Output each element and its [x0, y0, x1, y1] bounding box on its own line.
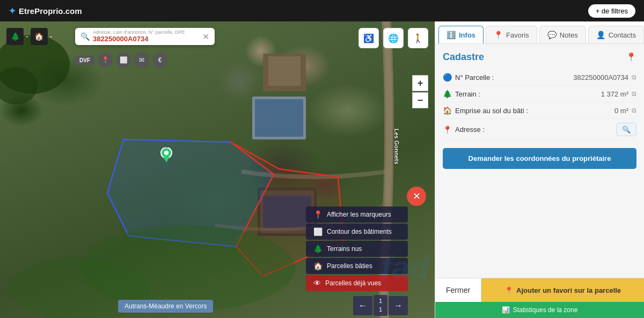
zoom-out-btn[interactable]: − — [412, 92, 428, 108]
menu-item-parcelles-baties[interactable]: 🏠 Parcelles bâties — [306, 258, 408, 274]
favori-button[interactable]: 📍 Ajouter un favori sur la parcelle — [481, 278, 644, 302]
cadastre-row-parcelle: 🔵 N° Parcelle : 382250000A0734 ⧉ — [443, 69, 636, 86]
circle-btn-3[interactable]: ✉ — [134, 53, 149, 68]
menu-item-parcelles-vues[interactable]: 👁 Parcelles déjà vues — [306, 275, 408, 291]
svg-point-15 — [164, 151, 169, 155]
terrains-icon: 🌲 — [313, 245, 323, 253]
terrain-icon: 🌲 — [443, 90, 452, 98]
menu-item-terrains[interactable]: 🌲 Terrains nus — [306, 241, 408, 257]
infos-tab-icon: ℹ️ — [447, 31, 456, 39]
cta-button[interactable]: Demander les coordonnées du propriétaire — [443, 148, 636, 169]
menu-item-marqueurs[interactable]: 📍 Afficher les marqueurs — [306, 206, 408, 223]
tab-notes[interactable]: 💬 Notes — [539, 26, 586, 43]
road-label: Les Gonnets — [393, 129, 400, 165]
notes-tab-label: Notes — [560, 31, 578, 39]
tree-icon-btn[interactable]: 🌲 — [6, 28, 24, 45]
contour-icon: ⬜ — [313, 227, 323, 236]
cadastre-row-left-parcelle: 🔵 N° Parcelle : — [443, 73, 494, 82]
search-icon: 🔍 — [80, 32, 90, 41]
zoom-in-btn[interactable]: + — [412, 75, 428, 91]
emprise-icon: 🏠 — [443, 106, 452, 115]
svg-rect-6 — [255, 99, 303, 137]
accessibility-btn[interactable]: ♿ — [358, 28, 379, 48]
stats-label: Statistiques de la zone — [513, 306, 578, 314]
menu-label-vues: Parcelles déjà vues — [325, 279, 381, 287]
terrain-value: 1 372 m² — [601, 90, 628, 98]
cadastre-location-icon: 📍 — [626, 52, 636, 62]
separator2: - — [50, 32, 53, 41]
cadastre-row-terrain: 🌲 Terrain : 1 372 m² ⧉ — [443, 86, 636, 102]
filter-button[interactable]: + de filtres — [588, 4, 635, 18]
favori-label: Ajouter un favori sur la parcelle — [516, 286, 621, 294]
fermer-button[interactable]: Fermer — [435, 278, 481, 302]
overlay-menu: 📍 Afficher les marqueurs ⬜ Contour des b… — [306, 206, 408, 291]
cadastre-row-adresse: 📍 Adresse : 🔍 — [443, 119, 636, 140]
cadastre-row-right-terrain: 1 372 m² ⧉ — [601, 90, 636, 98]
cadastre-row-left-adresse: 📍 Adresse : — [443, 125, 485, 134]
contacts-tab-label: Contacts — [609, 31, 636, 39]
emprise-value: 0 m² — [614, 107, 628, 115]
parcelle-label: N° Parcelle : — [455, 73, 494, 82]
tab-bar: ℹ️ Infos 📍 Favoris 💬 Notes 👤 Contacts — [435, 21, 644, 44]
dvf-button[interactable]: DVF — [75, 56, 94, 65]
emprise-copy-icon[interactable]: ⧉ — [632, 107, 636, 114]
close-button[interactable]: ✕ — [407, 187, 426, 206]
cadastre-row-emprise: 🏠 Emprise au sol du bâti : 0 m² ⧉ — [443, 102, 636, 119]
globe-btn[interactable]: 🌐 — [383, 28, 404, 48]
contacts-tab-icon: 👤 — [596, 31, 605, 39]
logo: ✦ EtreProprio.com — [9, 6, 82, 16]
navigation-arrows: ← 1 1 → — [353, 295, 408, 316]
cadastre-row-left-emprise: 🏠 Emprise au sol du bâti : — [443, 106, 528, 115]
location-text: Autrans-Méaudre en Vercors — [125, 302, 207, 310]
tab-infos[interactable]: ℹ️ Infos — [438, 26, 484, 43]
tab-contacts[interactable]: 👤 Contacts — [588, 26, 644, 43]
menu-label-marqueurs: Afficher les marqueurs — [327, 211, 391, 218]
star-icon: ✦ — [9, 6, 16, 16]
stats-icon: 📊 — [502, 306, 510, 314]
menu-label-baties: Parcelles bâties — [327, 262, 372, 270]
map-pin-btn[interactable]: 📍 — [98, 53, 113, 68]
baties-icon: 🏠 — [313, 262, 323, 270]
nav-page-1: 1 — [379, 297, 382, 305]
cadastre-header: Cadastre 📍 — [443, 51, 636, 63]
location-badge: Autrans-Méaudre en Vercors — [118, 300, 213, 313]
favoris-tab-icon: 📍 — [494, 31, 503, 39]
panel-content: Cadastre 📍 🔵 N° Parcelle : 382250000A073… — [435, 44, 644, 278]
zoom-controls: + − — [412, 75, 428, 108]
parcelle-copy-icon[interactable]: ⧉ — [632, 73, 636, 81]
person-btn[interactable]: 🚶 — [408, 28, 428, 48]
infos-tab-label: Infos — [459, 31, 475, 39]
map-area[interactable]: Les Gonnets 🔍 Adresse, Lien d'annonce, N… — [0, 21, 435, 318]
logo-text: EtreProprio.com — [19, 6, 82, 16]
search-input[interactable] — [93, 35, 202, 43]
svg-marker-16 — [163, 157, 170, 162]
adresse-label: Adresse : — [455, 125, 485, 134]
topbar: ✦ EtreProprio.com + de filtres — [0, 0, 644, 21]
search-clear-icon[interactable]: ✕ — [202, 32, 209, 42]
svg-rect-4 — [268, 56, 301, 86]
main-content: Les Gonnets 🔍 Adresse, Lien d'annonce, N… — [0, 21, 644, 318]
bottom-action-bar: Fermer 📍 Ajouter un favori sur la parcel… — [435, 278, 644, 302]
nav-prev-btn[interactable]: ← — [353, 296, 372, 315]
map-marker — [160, 147, 173, 164]
right-panel: ℹ️ Infos 📍 Favoris 💬 Notes 👤 Contacts Ca… — [435, 21, 644, 318]
adresse-icon: 📍 — [443, 125, 452, 134]
menu-label-terrains: Terrains nus — [327, 245, 362, 253]
favoris-tab-label: Favoris — [506, 31, 529, 39]
stats-bar[interactable]: 📊 Statistiques de la zone — [435, 302, 644, 318]
search-placeholder-label: Adresse, Lien d'annonce, N° parcelle, DP… — [93, 30, 202, 35]
parcelle-value: 382250000A0734 — [573, 73, 628, 82]
menu-item-contour[interactable]: ⬜ Contour des bâtiments — [306, 224, 408, 240]
address-search-button[interactable]: 🔍 — [616, 123, 636, 136]
vues-icon: 👁 — [313, 279, 321, 287]
cadastre-row-left-terrain: 🌲 Terrain : — [443, 90, 480, 98]
circle-btn-4[interactable]: € — [152, 53, 167, 68]
cadastre-title: Cadastre — [443, 51, 484, 63]
map-toolbar-left: 🌲 - 🏠 - — [6, 28, 52, 45]
tab-favoris[interactable]: 📍 Favoris — [486, 26, 537, 43]
nav-next-btn[interactable]: → — [389, 296, 408, 315]
circle-btn-2[interactable]: ⬜ — [116, 53, 131, 68]
nav-page-info: 1 1 — [374, 295, 387, 316]
home-icon-btn[interactable]: 🏠 — [31, 28, 48, 45]
terrain-copy-icon[interactable]: ⧉ — [632, 90, 636, 98]
